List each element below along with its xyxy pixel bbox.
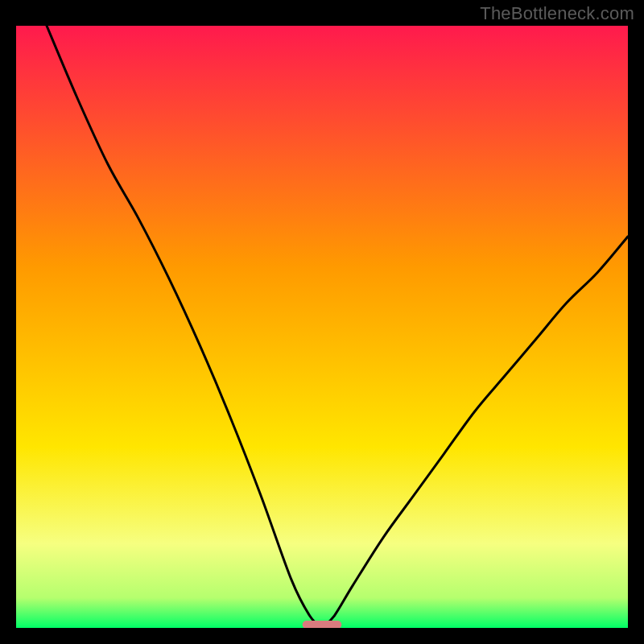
minimum-marker (303, 621, 342, 628)
watermark-text: TheBottleneck.com (480, 3, 634, 24)
bottleneck-chart (16, 26, 628, 628)
gradient-background (16, 26, 628, 628)
chart-container: TheBottleneck.com (0, 0, 644, 644)
